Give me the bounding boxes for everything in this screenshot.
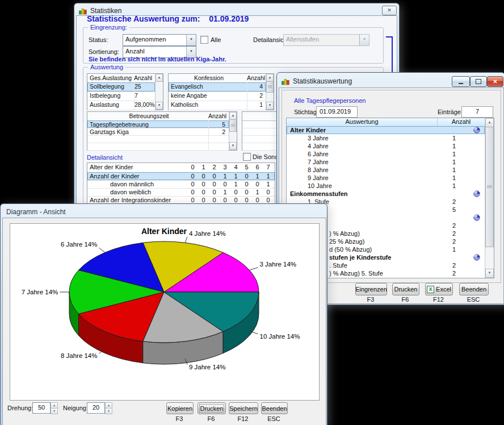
app-icon — [79, 7, 87, 15]
table-row[interactable]: Istbelegung7 — [87, 91, 155, 101]
list-item-value: 5 — [437, 206, 471, 214]
list-item[interactable]: 9 Jahre1 — [287, 174, 485, 182]
auswertung-eingrenzen-button[interactable]: Eingrenzen — [355, 283, 387, 295]
status-label: Status: — [89, 36, 108, 43]
neigung-spinner[interactable]: ▲ ▼ — [105, 402, 112, 414]
pie-chart-icon[interactable] — [473, 214, 480, 221]
scrollbar-thumb[interactable] — [266, 81, 274, 93]
list-item-value: 2 — [437, 222, 471, 230]
drehung-spinner[interactable]: ▲ ▼ — [51, 402, 58, 414]
stichtag-field[interactable]: 01.09.2019 — [316, 106, 358, 118]
scroll-down-icon[interactable]: ▼ — [156, 102, 163, 110]
table-row[interactable]: Katholisch1 — [169, 101, 266, 110]
diagramm-drucken-button[interactable]: Drucken — [198, 402, 226, 414]
scrollbar[interactable]: ▲▼ — [266, 74, 274, 110]
button-label: Kopieren — [167, 405, 192, 412]
window-diagramm: Diagramm - Ansicht 3 Jahre 14%4 Jahre 14… — [0, 203, 327, 425]
table-row[interactable]: Auslastung28,00% — [87, 101, 155, 110]
titlebar-diagramm[interactable]: Diagramm - Ansicht — [1, 204, 327, 219]
maximize-icon — [476, 79, 481, 84]
status-combobox[interactable]: Aufgenommen ▼ — [123, 34, 196, 46]
table-row[interactable]: Tagespflegebetreuung5 — [87, 120, 229, 128]
pie-chart-icon[interactable] — [473, 190, 480, 197]
scroll-up-icon[interactable]: ▲ — [229, 112, 237, 120]
excel-icon: X — [427, 286, 434, 293]
auswertung-shortcut-f3: F3 — [355, 296, 386, 303]
column-header: Anzahl — [134, 74, 151, 82]
pie-chart-icon[interactable] — [473, 127, 480, 134]
cell-value: 1 — [220, 172, 230, 180]
scroll-down-icon[interactable]: ▼ — [229, 142, 237, 150]
list-item-label: 25 % Abzug) — [329, 238, 364, 245]
cell-value: 0 — [263, 188, 274, 196]
close-button[interactable]: ✕ — [487, 76, 503, 87]
sonder-checkbox[interactable] — [243, 153, 251, 161]
list-item[interactable]: 4 Jahre1 — [287, 142, 485, 150]
cell-name: Evangelisch — [171, 82, 247, 91]
table-row[interactable]: Ganztags Kiga2 — [87, 128, 229, 136]
cell-name: davon weiblich — [110, 188, 186, 196]
close-button[interactable]: ✕ — [382, 6, 397, 15]
maximize-button[interactable] — [470, 76, 487, 87]
list-item[interactable]: 8 Jahre1 — [287, 166, 485, 174]
pie-label-leader — [99, 248, 105, 252]
focus-bracket — [386, 36, 393, 74]
cell-value: 28,00% — [134, 101, 152, 110]
list-item[interactable]: 3 Jahre1 — [287, 134, 485, 142]
list-item-value: 1 — [437, 150, 471, 158]
list-item[interactable]: Einkommensstufen — [287, 190, 485, 198]
neigung-field[interactable]: 20 — [87, 402, 105, 414]
pie-chart-icon[interactable] — [473, 254, 480, 261]
scroll-up-icon[interactable]: ▲ — [266, 74, 274, 82]
list-item-value: 1 — [437, 182, 471, 190]
drehung-field[interactable]: 50 — [32, 402, 51, 414]
pie-label-8 Jahre: 8 Jahre 14% — [61, 352, 98, 359]
list-item[interactable]: 7 Jahre1 — [287, 158, 485, 166]
scrollbar-thumb[interactable] — [229, 119, 237, 132]
list-item[interactable]: 10 Jahre1 — [287, 182, 485, 190]
cell-value: 0 — [241, 172, 252, 180]
auswertung-drucken-button[interactable]: Drucken — [392, 283, 419, 295]
scrollbar[interactable]: ▲▼ — [155, 74, 163, 110]
alle-checkbox[interactable] — [200, 36, 208, 44]
scroll-up-icon[interactable]: ▲ — [156, 74, 163, 82]
scrollbar[interactable]: ▲▼ — [485, 118, 494, 278]
scroll-up-icon[interactable]: ▲ — [485, 118, 494, 127]
table-row[interactable] — [87, 135, 229, 143]
list-item-value: 1 — [437, 158, 471, 166]
scrollbar[interactable]: ▲▼ — [229, 112, 237, 150]
chart-title: Alter Kinder — [10, 227, 318, 236]
detailansicht-combobox: Altersstufen ▼ — [283, 34, 369, 46]
column-header: 2 — [209, 163, 220, 172]
table-row[interactable]: Sollbelegung25 — [87, 82, 155, 92]
list-item[interactable]: Alter Kinder — [287, 126, 485, 134]
list-column-header: Auswertung — [287, 118, 438, 127]
auswertung-beenden-button[interactable]: Beenden — [459, 283, 489, 295]
table-row[interactable]: davon weiblich00010010 — [87, 188, 275, 197]
pie-label-3 Jahre: 3 Jahre 14% — [260, 261, 297, 268]
diagramm-beenden-button[interactable]: Beenden — [261, 402, 288, 414]
subtitle: Alle Tagespflegepersonen — [294, 97, 366, 104]
spinner-down-icon[interactable]: ▼ — [105, 408, 112, 414]
scrollbar-thumb[interactable] — [485, 127, 494, 247]
spinner-down-icon[interactable]: ▼ — [51, 408, 58, 414]
pie-label-leader — [185, 237, 187, 243]
auswertung-excel-button[interactable]: XExcel — [425, 283, 453, 295]
chevron-down-icon[interactable]: ▼ — [186, 35, 196, 45]
table-row[interactable]: Anzahl der Kinder00011011 — [87, 172, 275, 181]
table-row[interactable]: keine Angabe2 — [169, 91, 266, 101]
list-item[interactable]: 6 Jahre1 — [287, 150, 485, 158]
scroll-down-icon[interactable]: ▼ — [485, 269, 494, 278]
table-row[interactable]: davon männlich00001001 — [87, 180, 275, 189]
scroll-down-icon[interactable]: ▼ — [266, 102, 274, 110]
diagramm-kopieren-button[interactable]: Kopieren — [166, 402, 194, 414]
table-row[interactable]: Evangelisch4 — [169, 82, 266, 92]
cell-value: 1 — [252, 172, 263, 180]
eintraege-field[interactable]: 7 — [461, 106, 493, 118]
minimize-button[interactable] — [452, 76, 470, 87]
table-row[interactable] — [87, 143, 229, 151]
detailansicht-value: Altersstufen — [286, 36, 359, 43]
cell-value: 1 — [263, 172, 274, 180]
eintraege-label: Einträge: — [438, 109, 463, 115]
diagramm-speichern-button[interactable]: Speichern — [229, 402, 258, 414]
